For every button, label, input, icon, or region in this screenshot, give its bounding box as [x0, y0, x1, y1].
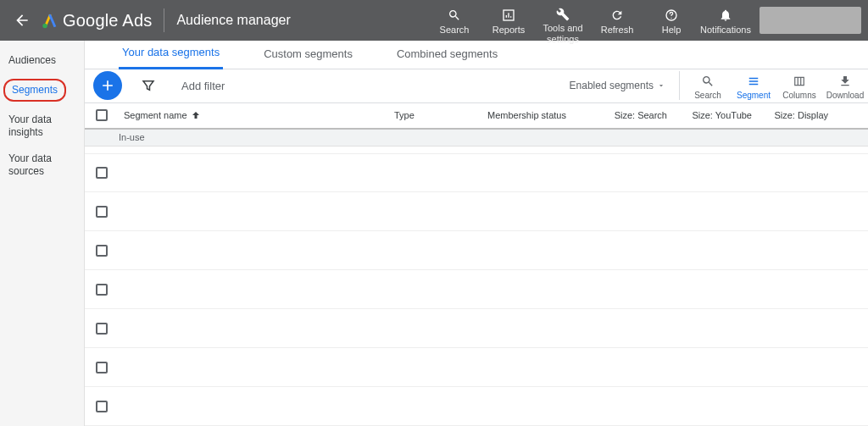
- plus-icon: [99, 77, 116, 94]
- table-row[interactable]: [85, 387, 868, 426]
- table-row[interactable]: [85, 231, 868, 270]
- row-checkbox[interactable]: [96, 401, 108, 412]
- main-content: Your data segments Custom segments Combi…: [85, 41, 868, 426]
- sidebar-item-segments[interactable]: Segments: [3, 79, 66, 102]
- header-help-button[interactable]: Help: [644, 3, 698, 38]
- svg-point-0: [42, 24, 47, 28]
- table-row[interactable]: [85, 153, 868, 192]
- tab-your-data-segments[interactable]: Your data segments: [119, 46, 223, 69]
- segment-tabs: Your data segments Custom segments Combi…: [85, 41, 868, 69]
- view-search-button[interactable]: Search: [685, 72, 731, 100]
- col-header-size-search[interactable]: Size: Search: [598, 110, 674, 120]
- search-icon: [701, 75, 715, 88]
- table-row[interactable]: [85, 309, 868, 348]
- chevron-down-icon: [657, 81, 665, 90]
- view-segment-button[interactable]: Segment: [731, 72, 776, 100]
- segment-icon: [746, 75, 761, 87]
- global-search-input[interactable]: [760, 7, 861, 34]
- col-header-size-youtube[interactable]: Size: YouTube: [674, 110, 759, 120]
- group-row-in-use: In-use: [85, 130, 868, 147]
- columns-icon: [793, 75, 806, 87]
- header-refresh-button[interactable]: Refresh: [590, 3, 644, 38]
- filter-icon: [141, 78, 156, 93]
- sort-up-icon: [191, 110, 201, 120]
- table-row[interactable]: [85, 270, 868, 309]
- header-actions: Search Reports Tools and settings Refres…: [427, 3, 753, 38]
- col-header-size-display[interactable]: Size: Display: [759, 110, 835, 120]
- view-download-button[interactable]: Download: [822, 72, 868, 100]
- sidebar-item-sources[interactable]: Your data sources: [0, 146, 84, 185]
- row-checkbox[interactable]: [96, 362, 108, 373]
- search-icon: [448, 8, 461, 22]
- top-bar: Google Ads Audience manager Search Repor…: [0, 0, 868, 41]
- row-checkbox[interactable]: [96, 167, 108, 179]
- table-row[interactable]: [85, 192, 868, 231]
- col-header-segment-name[interactable]: Segment name: [119, 110, 394, 120]
- sidebar-item-audiences[interactable]: Audiences: [0, 47, 84, 74]
- table-body: [85, 147, 868, 426]
- tab-custom-segments[interactable]: Custom segments: [260, 47, 356, 69]
- header-notifications-button[interactable]: Notifications: [698, 3, 753, 38]
- filter-button[interactable]: [141, 78, 156, 93]
- divider: [679, 71, 680, 100]
- download-icon: [838, 75, 852, 88]
- tab-combined-segments[interactable]: Combined segments: [393, 47, 501, 69]
- header-search-button[interactable]: Search: [427, 3, 481, 38]
- brand-text: Google Ads: [63, 11, 152, 30]
- row-checkbox[interactable]: [96, 206, 108, 218]
- arrow-left-icon: [14, 12, 31, 29]
- col-header-membership[interactable]: Membership status: [487, 110, 598, 120]
- header-tools-button[interactable]: Tools and settings: [536, 3, 590, 38]
- google-ads-logo-icon: [41, 11, 59, 30]
- row-checkbox[interactable]: [96, 284, 108, 296]
- logo: Google Ads: [41, 11, 152, 30]
- select-all-checkbox[interactable]: [96, 109, 108, 121]
- divider: [164, 8, 164, 32]
- page-title: Audience manager: [176, 13, 290, 28]
- table-header: Segment name Type Membership status Size…: [85, 103, 868, 130]
- back-button[interactable]: [7, 5, 37, 36]
- add-filter-label[interactable]: Add filter: [181, 80, 225, 92]
- help-icon: [665, 8, 678, 22]
- sidebar-item-insights[interactable]: Your data insights: [0, 107, 84, 146]
- row-checkbox[interactable]: [96, 323, 108, 335]
- view-columns-button[interactable]: Columns: [776, 72, 822, 100]
- sidebar: Audiences Segments Your data insights Yo…: [0, 41, 85, 426]
- bell-icon: [719, 8, 732, 22]
- svg-rect-3: [795, 77, 804, 85]
- toolbar: Add filter Enabled segments Search Segme…: [85, 69, 868, 103]
- table-row[interactable]: [85, 348, 868, 387]
- col-header-type[interactable]: Type: [394, 110, 487, 120]
- add-segment-button[interactable]: [93, 71, 122, 100]
- header-reports-button[interactable]: Reports: [481, 3, 536, 38]
- refresh-icon: [610, 8, 624, 22]
- enabled-segments-dropdown[interactable]: Enabled segments: [570, 80, 665, 91]
- wrench-icon: [556, 8, 570, 21]
- bar-chart-icon: [502, 8, 515, 22]
- row-checkbox[interactable]: [96, 245, 108, 257]
